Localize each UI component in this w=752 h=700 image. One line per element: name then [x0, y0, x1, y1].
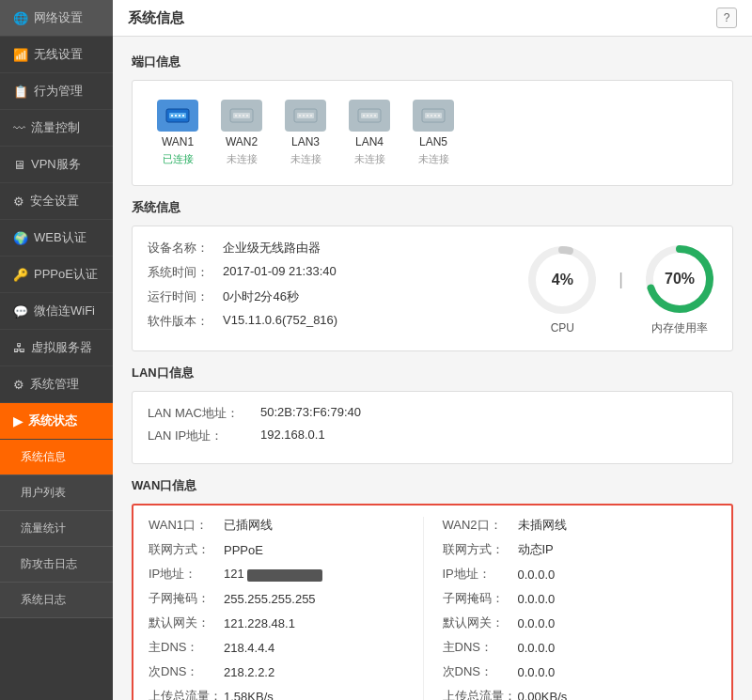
- wan1-ip-row: IP地址： 121: [149, 566, 423, 583]
- svg-rect-28: [434, 115, 436, 117]
- firmware-value: V15.11.0.6(752_816): [223, 313, 337, 330]
- wan2-dns1-val: 0.0.0.0: [518, 641, 556, 655]
- wan2-label: WAN2: [226, 135, 258, 148]
- wan2-subnet-val: 0.0.0.0: [518, 592, 556, 606]
- uptime-value: 0小时2分46秒: [223, 288, 299, 305]
- port-lan5: LAN5 未连接: [413, 100, 454, 166]
- svg-rect-29: [438, 115, 440, 117]
- wan2-header-row: WAN2口： 未插网线: [443, 517, 717, 534]
- wan1-header-label: WAN1口：: [149, 517, 224, 534]
- sidebar-item-label: 虚拟服务器: [31, 339, 92, 356]
- wan1-dns1-val: 218.4.4.4: [224, 641, 274, 655]
- lan-section-title: LAN口信息: [132, 365, 733, 381]
- wan2-status: 未连接: [227, 152, 258, 166]
- port-row: WAN1 已连接 WAN2: [148, 94, 717, 172]
- sidebar-item-syslog[interactable]: 系统日志: [0, 583, 113, 618]
- wan1-subnet-label: 子网掩码：: [149, 590, 224, 607]
- firmware-row: 软件版本： V15.11.0.6(752_816): [148, 313, 506, 330]
- sidebar-item-sysinfo[interactable]: 系统信息: [0, 440, 113, 475]
- topbar: 系统信息 ?: [113, 0, 752, 37]
- wan1-gateway-val: 121.228.48.1: [224, 616, 295, 630]
- wan2-dns2-label: 次DNS：: [443, 663, 518, 680]
- sidebar-sub-label: 流量统计: [21, 521, 66, 537]
- wan2-col: WAN2口： 未插网线 联网方式： 动态IP IP地址： 0.0.0.0 子网掩…: [423, 517, 717, 700]
- wan2-upload-label: 上传总流量：: [443, 688, 518, 700]
- sidebar-item-label: 系统管理: [30, 376, 79, 393]
- memory-gauge-circle: 70%: [642, 241, 717, 317]
- sidebar-item-wireless[interactable]: 📶 无线设置: [0, 37, 113, 73]
- wan1-label: WAN1: [162, 135, 194, 148]
- lan-mac-label: LAN MAC地址：: [148, 405, 260, 422]
- sidebar-item-vpn[interactable]: 🖥 VPN服务: [0, 147, 113, 183]
- sidebar-item-flow[interactable]: 〰 流量控制: [0, 110, 113, 147]
- wan2-upload-val: 0.00KB/s: [518, 690, 568, 701]
- svg-rect-8: [235, 115, 237, 117]
- wan2-conntype-val: 动态IP: [518, 541, 554, 558]
- sidebar-item-security[interactable]: ⚙ 安全设置: [0, 183, 113, 220]
- svg-rect-20: [363, 115, 365, 117]
- sidebar-item-firewall-log[interactable]: 防攻击日志: [0, 547, 113, 583]
- sidebar-item-web-auth[interactable]: 🌍 WEB认证: [0, 220, 113, 257]
- sidebar-item-label: WEB认证: [34, 229, 86, 246]
- sidebar-item-label: 行为管理: [34, 83, 83, 100]
- sidebar-sub-label: 防攻击日志: [21, 556, 77, 572]
- wan2-ip-label: IP地址：: [443, 566, 518, 583]
- wan2-ip-val: 0.0.0.0: [518, 568, 556, 582]
- wan-section-title: WAN口信息: [132, 477, 733, 494]
- wan1-dns2-row: 次DNS： 218.2.2.2: [149, 663, 423, 680]
- wan1-status: 已连接: [163, 152, 194, 166]
- memory-gauge: 70% 内存使用率: [642, 241, 717, 336]
- lan-mac-value: 50:2B:73:F6:79:40: [260, 405, 361, 422]
- svg-rect-11: [246, 115, 248, 117]
- sidebar-item-sysmgr[interactable]: ⚙ 系统管理: [0, 366, 113, 403]
- sidebar-item-label: VPN服务: [31, 156, 81, 173]
- port-lan3: LAN3 未连接: [285, 100, 326, 166]
- sidebar-item-userlist[interactable]: 用户列表: [0, 475, 113, 511]
- gauges-area: 4% CPU |: [525, 240, 717, 337]
- wan2-dns1-row: 主DNS： 0.0.0.0: [443, 639, 717, 656]
- sidebar-item-flowstat[interactable]: 流量统计: [0, 511, 113, 547]
- wan2-dns1-label: 主DNS：: [443, 639, 518, 656]
- web-icon: 🌍: [13, 231, 28, 245]
- virtual-icon: 🖧: [13, 341, 25, 355]
- uptime-label: 运行时间：: [148, 288, 223, 305]
- sidebar-item-behavior[interactable]: 📋 行为管理: [0, 73, 113, 110]
- sysinfo-left: 设备名称： 企业级无线路由器 系统时间： 2017-01-09 21:33:40…: [148, 240, 506, 337]
- sidebar-section-sysstatus[interactable]: ▶ 系统状态: [0, 403, 113, 440]
- sysmgr-icon: ⚙: [13, 378, 24, 392]
- wan2-header-val: 未插网线: [518, 517, 567, 534]
- wan2-dns2-row: 次DNS： 0.0.0.0: [443, 663, 717, 680]
- sidebar-item-wechat[interactable]: 💬 微信连WiFi: [0, 293, 113, 330]
- lan5-icon: [413, 100, 454, 132]
- sidebar-item-virtual[interactable]: 🖧 虚拟服务器: [0, 330, 113, 366]
- wan2-conntype-row: 联网方式： 动态IP: [443, 541, 717, 558]
- sidebar-sub-label: 用户列表: [21, 485, 66, 501]
- wan2-icon: [221, 100, 262, 132]
- flow-icon: 〰: [13, 121, 25, 135]
- svg-rect-15: [303, 115, 305, 117]
- sidebar-item-label: PPPoE认证: [34, 266, 98, 283]
- help-button[interactable]: ?: [716, 8, 737, 28]
- wan2-gateway-row: 默认网关： 0.0.0.0: [443, 614, 717, 631]
- sidebar-sub-label: 系统信息: [21, 449, 66, 465]
- sidebar-sub-menu: 系统信息 用户列表 流量统计 防攻击日志 系统日志: [0, 440, 113, 618]
- cpu-label: CPU: [551, 321, 574, 334]
- sidebar-item-pppoe[interactable]: 🔑 PPPoE认证: [0, 257, 113, 293]
- svg-rect-14: [299, 115, 301, 117]
- sysinfo-box: 设备名称： 企业级无线路由器 系统时间： 2017-01-09 21:33:40…: [132, 226, 733, 351]
- memory-label: 内存使用率: [651, 320, 708, 336]
- lan4-label: LAN4: [355, 135, 384, 148]
- wan1-dns2-val: 218.2.2.2: [224, 665, 274, 679]
- wan2-subnet-row: 子网掩码： 0.0.0.0: [443, 590, 717, 607]
- wan1-conntype-label: 联网方式：: [149, 541, 224, 558]
- lan4-icon: [349, 100, 390, 132]
- cpu-value: 4%: [552, 272, 573, 288]
- wan2-dns2-val: 0.0.0.0: [518, 665, 556, 679]
- wan1-subnet-val: 255.255.255.255: [224, 592, 316, 606]
- wan1-subnet-row: 子网掩码： 255.255.255.255: [149, 590, 423, 607]
- wan-info-box: WAN1口： 已插网线 联网方式： PPPoE IP地址： 121 子网掩码： …: [132, 504, 733, 700]
- uptime-row: 运行时间： 0小时2分46秒: [148, 288, 506, 305]
- sidebar-item-network[interactable]: 🌐 网络设置: [0, 0, 113, 37]
- lan5-status: 未连接: [418, 152, 449, 166]
- lan4-status: 未连接: [354, 152, 385, 166]
